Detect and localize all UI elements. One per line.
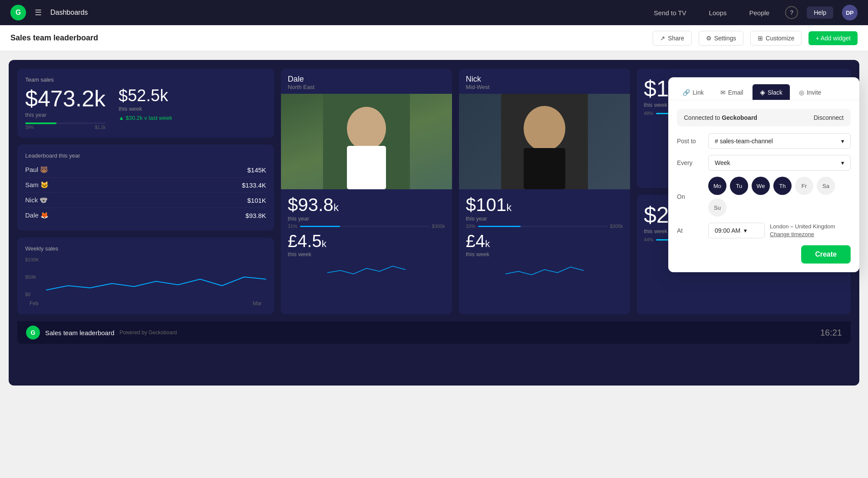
slack-icon: ◈ (760, 88, 765, 96)
send-to-tv-link[interactable]: Send to TV (647, 9, 693, 16)
svg-rect-2 (347, 146, 386, 189)
days-selector: MoTuWeThFrSaSu (708, 177, 851, 217)
timezone-info: London – United Kingdom Change timezone (770, 223, 835, 238)
share-body: Connected to Geckoboard Disconnect Post … (668, 100, 859, 272)
nick-week-value: £4k (466, 231, 623, 251)
share-panel: 🔗 Link ✉ Email ◈ Slack ◎ Invite Connecte… (668, 77, 859, 272)
dale-name: Dale (288, 75, 445, 84)
dale-photo-svg (281, 94, 452, 189)
connected-text: Connected to Geckoboard (684, 114, 757, 121)
chevron-down-icon: ▾ (841, 138, 844, 145)
leaderboard-amount: $145K (247, 166, 266, 174)
day-btn-tu[interactable]: Tu (730, 177, 748, 195)
team-sales-widget: Team sales $473.2k this year 39% $1.2k (17, 69, 274, 138)
main-content: Team sales $473.2k this year 39% $1.2k (0, 51, 868, 394)
people-link[interactable]: People (742, 9, 776, 16)
dale-sparkline (288, 257, 445, 279)
change-timezone-link[interactable]: Change timezone (770, 231, 814, 237)
footer-time: 16:21 (820, 328, 842, 338)
at-row: At 09:00 AM ▾ London – United Kingdom Ch… (677, 223, 851, 238)
every-label: Every (677, 159, 703, 166)
customize-button[interactable]: ⊞ Customize (750, 31, 802, 46)
leaderboard-row: Nick 🐨$101K (25, 193, 266, 208)
weekly-sales-label: Weekly sales (25, 245, 266, 252)
weekly-chart (46, 255, 266, 299)
nick-stats: $101k this year 33% $300k (459, 189, 630, 231)
footer-powered: Powered by Geckoboard (119, 330, 177, 336)
nick-photo (459, 94, 630, 189)
nick-bar-max: $300k (610, 224, 623, 229)
svg-point-4 (524, 106, 565, 151)
dale-year-value: $93.8k (288, 194, 445, 215)
footer-title: Sales team leaderboard (45, 329, 114, 336)
dale-week-value: £4.5k (288, 231, 445, 251)
day-btn-su[interactable]: Su (708, 198, 726, 217)
day-btn-mo[interactable]: Mo (708, 177, 726, 195)
chevron-down-icon-3: ▾ (744, 227, 747, 234)
loops-link[interactable]: Loops (702, 9, 734, 16)
dale-card: Dale North East $93.8k this year (281, 69, 452, 314)
leaderboard-row: Dale 🦊$93.8K (25, 208, 266, 223)
progress-max: $1.2k (95, 125, 106, 130)
day-btn-fr[interactable]: Fr (795, 177, 813, 195)
nick-year-period: this year (466, 215, 623, 222)
team-sales-week-value: $52.5k (119, 87, 172, 104)
team-sales-year-period: this year (25, 112, 106, 118)
user-avatar[interactable]: DP (842, 5, 858, 20)
team-sales-vs-last: ▲ $30.2k v last week (119, 115, 172, 121)
nick-week-stats: £4k this week (459, 231, 630, 284)
share-tab-email[interactable]: ✉ Email (713, 84, 751, 100)
leaderboard-name: Paul 🐻 (25, 166, 48, 174)
chevron-down-icon-2: ▾ (841, 159, 844, 166)
dale-week-stats: £4.5k this week (281, 231, 452, 284)
create-button[interactable]: Create (801, 245, 851, 264)
add-widget-button[interactable]: + Add widget (809, 31, 858, 45)
team-sales-amounts: $473.2k this year 39% $1.2k $52.5k (25, 87, 266, 130)
every-select[interactable]: Week ▾ (708, 155, 851, 171)
share-tabs: 🔗 Link ✉ Email ◈ Slack ◎ Invite (668, 77, 859, 100)
invite-icon: ◎ (799, 89, 804, 96)
post-to-label: Post to (677, 138, 703, 145)
nick-week-period: this week (466, 251, 623, 257)
every-row: Every Week ▾ (677, 155, 851, 171)
leaderboard-amount: $101K (247, 197, 266, 204)
nick-bar-pct: 33% (466, 224, 475, 229)
customize-icon: ⊞ (758, 35, 763, 42)
dale-bar-max: $300k (432, 224, 445, 229)
settings-icon: ⚙ (706, 35, 712, 42)
leaderboard-amount: $133.4K (242, 181, 266, 189)
dale-photo (281, 94, 452, 189)
dale-stats: $93.8k this year 31% $300k (281, 189, 452, 231)
svg-point-1 (347, 107, 386, 150)
help-question-icon[interactable]: ? (785, 6, 798, 19)
post-to-row: Post to # sales-team-channel ▾ (677, 133, 851, 149)
leaderboard-name: Dale 🦊 (25, 211, 49, 219)
leaderboard-rows: Paul 🐻$145KSam 🐱$133.4KNick 🐨$101KDale 🦊… (25, 162, 266, 223)
day-btn-th[interactable]: Th (773, 177, 792, 195)
on-label: On (677, 193, 703, 200)
post-to-select[interactable]: # sales-team-channel ▾ (708, 133, 851, 149)
dale-year-period: this year (288, 215, 445, 222)
progress-pct: 39% (25, 125, 34, 130)
dale-bar-pct: 31% (288, 224, 297, 229)
settings-button[interactable]: ⚙ Settings (699, 31, 744, 46)
on-row: On MoTuWeThFrSaSu (677, 177, 851, 217)
leaderboard-name: Sam 🐱 (25, 181, 49, 189)
dale-region: North East (288, 84, 445, 90)
menu-icon[interactable]: ☰ (35, 8, 42, 17)
nav-title: Dashboards (50, 9, 88, 16)
leaderboard-row: Paul 🐻$145K (25, 162, 266, 178)
help-button[interactable]: Help (807, 7, 833, 19)
share-button[interactable]: ↗ Share (653, 31, 691, 46)
day-btn-sa[interactable]: Sa (817, 177, 835, 195)
day-btn-we[interactable]: We (752, 177, 770, 195)
share-tab-invite[interactable]: ◎ Invite (792, 84, 828, 100)
leaderboard-row: Sam 🐱$133.4K (25, 178, 266, 193)
share-icon: ↗ (660, 35, 665, 42)
disconnect-button[interactable]: Disconnect (814, 114, 844, 121)
time-select[interactable]: 09:00 AM ▾ (708, 223, 765, 238)
share-tab-slack[interactable]: ◈ Slack (752, 84, 790, 100)
sub-navigation: Sales team leaderboard ↗ Share ⚙ Setting… (0, 25, 868, 51)
share-tab-link[interactable]: 🔗 Link (675, 84, 711, 100)
email-icon: ✉ (720, 89, 726, 96)
